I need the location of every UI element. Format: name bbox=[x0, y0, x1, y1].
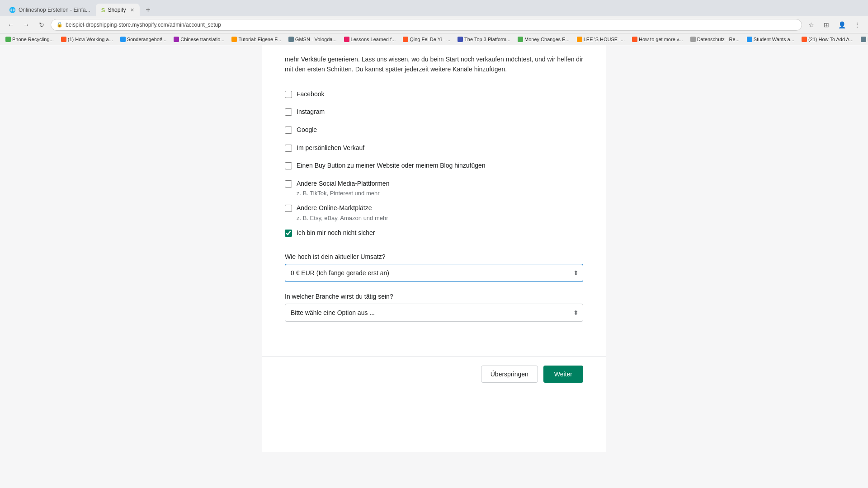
checkbox-buy-button-label: Einen Buy Button zu meiner Website oder … bbox=[297, 161, 486, 170]
checkbox-social-media-sublabel: z. B. TikTok, Pinterest und mehr bbox=[297, 190, 583, 199]
checkbox-buy-button[interactable]: Einen Buy Button zu meiner Website oder … bbox=[285, 157, 583, 175]
bookmark-label: GMSN - Vologda... bbox=[295, 37, 337, 42]
bookmark-label: Tutorial: Eigene F... bbox=[238, 37, 281, 42]
checkbox-online-markets-label: Andere Online-Marktplätze bbox=[297, 204, 372, 213]
checkbox-online-markets-wrapper: Andere Online-Marktplätze z. B. Etsy, eB… bbox=[285, 199, 583, 224]
bookmark-favicon bbox=[861, 37, 866, 42]
revenue-select-wrapper: 0 € EUR (Ich fange gerade erst an) 1 € -… bbox=[285, 264, 583, 282]
bookmark-favicon bbox=[518, 37, 523, 42]
industry-section: In welcher Branche wirst du tätig sein? … bbox=[285, 293, 583, 322]
back-button[interactable]: ← bbox=[5, 19, 17, 31]
next-button[interactable]: Weiter bbox=[543, 366, 583, 383]
revenue-select[interactable]: 0 € EUR (Ich fange gerade erst an) 1 € -… bbox=[285, 264, 583, 282]
form-footer: Überspringen Weiter bbox=[262, 356, 606, 392]
bookmark-label: Qing Fei De Yi - ... bbox=[410, 37, 450, 42]
bookmark-label: (21) How To Add A... bbox=[808, 37, 854, 42]
revenue-section: Wie hoch ist dein aktueller Umsatz? 0 € … bbox=[285, 253, 583, 282]
bookmark-label: (1) How Working a... bbox=[68, 37, 113, 42]
bookmark-label: LEE 'S HOUSE -... bbox=[584, 37, 625, 42]
checkbox-online-markets-sublabel: z. B. Etsy, eBay, Amazon und mehr bbox=[297, 215, 583, 224]
bookmark-lessons[interactable]: Lessons Learned f... bbox=[342, 36, 398, 43]
industry-select-wrapper: Bitte wähle eine Option aus ... ⬍ bbox=[285, 304, 583, 322]
bookmark-how-to-add[interactable]: (21) How To Add A... bbox=[800, 36, 855, 43]
bookmark-label: Sonderangebot!... bbox=[127, 37, 166, 42]
bookmark-phone[interactable]: Phone Recycling... bbox=[4, 36, 56, 43]
menu-button[interactable]: ⋮ bbox=[851, 19, 863, 31]
tab-favicon: 🌐 bbox=[9, 7, 16, 13]
checkbox-group: Facebook Instagram Google Im persönliche… bbox=[285, 85, 583, 242]
bookmark-label: The Top 3 Platform... bbox=[464, 37, 510, 42]
checkbox-in-person-input[interactable] bbox=[285, 145, 292, 152]
nav-bar: ← → ↻ 🔒 beispiel-dropshipping-store.mysh… bbox=[0, 16, 868, 33]
checkbox-social-media-wrapper: Andere Social Media-Plattformen z. B. Ti… bbox=[285, 175, 583, 200]
bookmark-favicon bbox=[403, 37, 408, 42]
bookmark-favicon bbox=[747, 37, 752, 42]
checkbox-in-person-label: Im persönlichen Verkauf bbox=[297, 144, 364, 153]
bookmark-qing[interactable]: Qing Fei De Yi - ... bbox=[401, 36, 452, 43]
bookmark-favicon bbox=[802, 37, 807, 42]
bookmark-tutorial[interactable]: Tutorial: Eigene F... bbox=[230, 36, 283, 43]
tab-close-icon[interactable]: ✕ bbox=[130, 7, 134, 13]
bookmark-how-get[interactable]: How to get more v... bbox=[630, 36, 685, 43]
bookmark-top3[interactable]: The Top 3 Platform... bbox=[456, 36, 512, 43]
extensions-button[interactable]: ⊞ bbox=[820, 19, 833, 31]
bookmark-label: Datenschutz - Re... bbox=[697, 37, 740, 42]
bookmark-label: Lessons Learned f... bbox=[351, 37, 396, 42]
checkbox-buy-button-input[interactable] bbox=[285, 162, 292, 169]
bookmarks-bar: Phone Recycling... (1) How Working a... … bbox=[0, 33, 868, 45]
tab-bar: 🌐 Onlineshop Erstellen - Einfa... S Shop… bbox=[0, 0, 868, 16]
bookmark-favicon bbox=[577, 37, 582, 42]
checkbox-instagram-input[interactable] bbox=[285, 108, 292, 116]
tab-shopify[interactable]: S Shopify ✕ bbox=[96, 4, 140, 16]
checkbox-social-media-input[interactable] bbox=[285, 180, 292, 188]
checkbox-instagram[interactable]: Instagram bbox=[285, 103, 583, 121]
bookmark-gmsn[interactable]: GMSN - Vologda... bbox=[287, 36, 339, 43]
bookmark-sonderangebot[interactable]: Sonderangebot!... bbox=[118, 36, 168, 43]
bookmark-label: Money Changes E... bbox=[524, 37, 570, 42]
checkbox-facebook-label: Facebook bbox=[297, 90, 324, 99]
bookmark-student[interactable]: Student Wants a... bbox=[745, 36, 796, 43]
checkbox-facebook[interactable]: Facebook bbox=[285, 85, 583, 103]
bookmark-favicon bbox=[690, 37, 696, 42]
checkbox-facebook-input[interactable] bbox=[285, 91, 292, 98]
bookmark-datenschutz[interactable]: Datenschutz - Re... bbox=[689, 36, 741, 43]
industry-label: In welcher Branche wirst du tätig sein? bbox=[285, 293, 583, 300]
bookmark-label: How to get more v... bbox=[639, 37, 683, 42]
checkbox-online-markets-input[interactable] bbox=[285, 205, 292, 212]
skip-button[interactable]: Überspringen bbox=[481, 366, 538, 383]
bookmark-lee[interactable]: LEE 'S HOUSE -... bbox=[575, 36, 627, 43]
new-tab-button[interactable]: + bbox=[142, 4, 154, 16]
bookmark-favicon bbox=[61, 37, 66, 42]
tab-label: Onlineshop Erstellen - Einfa... bbox=[19, 7, 90, 13]
bookmark-how-working[interactable]: (1) How Working a... bbox=[59, 36, 115, 43]
checkbox-not-sure[interactable]: Ich bin mir noch nicht sicher bbox=[285, 224, 583, 242]
bookmark-button[interactable]: ☆ bbox=[805, 19, 817, 31]
tab-onlineshop[interactable]: 🌐 Onlineshop Erstellen - Einfa... bbox=[4, 4, 96, 16]
checkbox-in-person[interactable]: Im persönlichen Verkauf bbox=[285, 139, 583, 157]
bookmark-favicon bbox=[344, 37, 349, 42]
lock-icon: 🔒 bbox=[57, 22, 63, 28]
checkbox-not-sure-input[interactable] bbox=[285, 230, 292, 237]
checkbox-google-label: Google bbox=[297, 126, 317, 135]
checkbox-social-media-label: Andere Social Media-Plattformen bbox=[297, 179, 389, 188]
bookmark-favicon bbox=[288, 37, 294, 42]
bookmark-download[interactable]: Download - Cooki... bbox=[859, 36, 868, 43]
checkbox-google-input[interactable] bbox=[285, 127, 292, 134]
profile-button[interactable]: 👤 bbox=[835, 19, 848, 31]
bookmark-money[interactable]: Money Changes E... bbox=[516, 36, 571, 43]
bookmark-label: Chinese translatio... bbox=[180, 37, 224, 42]
page-container: mehr Verkäufe generieren. Lass uns wisse… bbox=[262, 45, 606, 452]
refresh-button[interactable]: ↻ bbox=[35, 19, 48, 31]
bookmark-favicon bbox=[120, 37, 126, 42]
bookmark-favicon bbox=[231, 37, 237, 42]
revenue-label: Wie hoch ist dein aktueller Umsatz? bbox=[285, 253, 583, 260]
checkbox-not-sure-label: Ich bin mir noch nicht sicher bbox=[297, 229, 375, 238]
checkbox-google[interactable]: Google bbox=[285, 121, 583, 139]
bookmark-chinese[interactable]: Chinese translatio... bbox=[172, 36, 226, 43]
industry-select[interactable]: Bitte wähle eine Option aus ... bbox=[285, 304, 583, 322]
address-bar[interactable]: 🔒 beispiel-dropshipping-store.myshopify.… bbox=[51, 19, 802, 31]
bookmark-favicon bbox=[174, 37, 179, 42]
bookmark-label: Student Wants a... bbox=[754, 37, 794, 42]
bookmark-favicon bbox=[632, 37, 637, 42]
forward-button[interactable]: → bbox=[20, 19, 33, 31]
